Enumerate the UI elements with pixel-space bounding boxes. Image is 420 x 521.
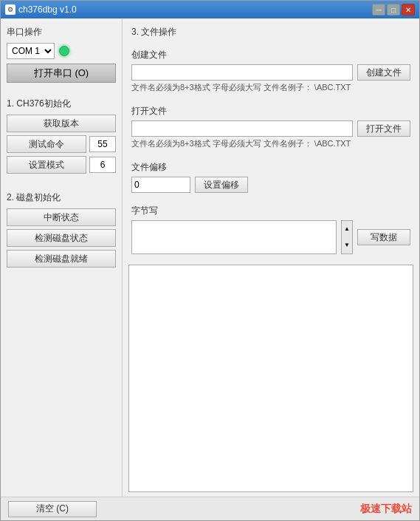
ch376-title: 1. CH376初始化 [7, 98, 116, 110]
title-bar: ⚙ ch376dbg v1.0 ─ □ ✕ [1, 1, 419, 18]
app-icon: ⚙ [5, 4, 16, 15]
window-title: ch376dbg v1.0 [18, 4, 77, 15]
create-file-row: 创建文件 [131, 64, 410, 81]
com-select[interactable]: COM 1 [7, 43, 55, 59]
open-serial-button[interactable]: 打开串口 (O) [7, 64, 116, 83]
title-bar-left: ⚙ ch376dbg v1.0 [5, 4, 77, 15]
spin-up-button[interactable]: ▲ [342, 221, 352, 237]
write-section: 字节写 ▲ ▼ 写数据 [131, 205, 410, 254]
right-container: 3. 文件操作 创建文件 创建文件 文件名必须为8+3格式 字母必须大写 文件名… [123, 18, 419, 497]
minimize-button[interactable]: ─ [372, 4, 385, 16]
create-file-section: 创建文件 创建文件 文件名必须为8+3格式 字母必须大写 文件名例子： \ABC… [131, 49, 410, 93]
offset-label: 文件偏移 [131, 161, 410, 174]
test-cmd-button[interactable]: 测试命令 [7, 135, 86, 153]
ch376-section: 1. CH376初始化 获取版本 测试命令 设置模式 [7, 98, 116, 177]
create-file-button[interactable]: 创建文件 [357, 64, 410, 81]
connection-led [59, 46, 69, 56]
offset-input[interactable] [131, 177, 190, 193]
detect-disk-button[interactable]: 检测磁盘状态 [7, 229, 116, 247]
open-file-input[interactable] [131, 120, 353, 137]
clear-button[interactable]: 清空 (C) [8, 501, 97, 517]
open-file-button[interactable]: 打开文件 [357, 120, 410, 137]
serial-section-title: 串口操作 [7, 26, 116, 38]
spin-down-button[interactable]: ▼ [342, 237, 352, 253]
disk-section: 2. 磁盘初始化 中断状态 检测磁盘状态 检测磁盘就绪 [7, 191, 116, 268]
open-hint: 文件名必须为8+3格式 字母必须大写 文件名例子： \ABC.TXT [131, 138, 410, 149]
file-section-title: 3. 文件操作 [131, 26, 410, 38]
main-content: 串口操作 COM 1 打开串口 (O) 1. CH376初始化 获取版本 测试命… [1, 18, 419, 497]
left-panel: 串口操作 COM 1 打开串口 (O) 1. CH376初始化 获取版本 测试命… [1, 18, 123, 497]
get-version-button[interactable]: 获取版本 [7, 115, 116, 132]
detect-ready-button[interactable]: 检测磁盘就绪 [7, 250, 116, 268]
maximize-button[interactable]: □ [387, 4, 400, 16]
set-mode-row: 设置模式 [7, 156, 116, 174]
create-file-label: 创建文件 [131, 49, 410, 61]
disk-title: 2. 磁盘初始化 [7, 191, 116, 204]
write-area: ▲ ▼ [131, 220, 353, 254]
serial-section: 串口操作 COM 1 打开串口 (O) [7, 26, 116, 83]
set-mode-input[interactable] [89, 157, 116, 173]
close-button[interactable]: ✕ [402, 4, 415, 16]
set-mode-button[interactable]: 设置模式 [7, 156, 86, 174]
open-file-section: 打开文件 打开文件 文件名必须为8+3格式 字母必须大写 文件名例子： \ABC… [131, 105, 410, 149]
offset-row: 设置偏移 [131, 177, 410, 193]
offset-section: 文件偏移 设置偏移 [131, 161, 410, 193]
test-cmd-row: 测试命令 [7, 135, 116, 153]
set-offset-button[interactable]: 设置偏移 [195, 177, 248, 193]
write-data-button[interactable]: 写数据 [357, 229, 410, 245]
watermark: 极速下载站 [360, 503, 412, 516]
interrupt-button[interactable]: 中断状态 [7, 208, 116, 226]
log-area [128, 265, 413, 493]
com-row: COM 1 [7, 43, 116, 59]
open-file-row: 打开文件 [131, 120, 410, 137]
create-file-input[interactable] [131, 64, 353, 81]
write-textarea[interactable] [131, 220, 337, 254]
main-window: ⚙ ch376dbg v1.0 ─ □ ✕ 串口操作 COM 1 打开串口 (O… [0, 0, 420, 521]
write-label: 字节写 [131, 205, 410, 217]
test-cmd-input[interactable] [89, 136, 116, 152]
create-hint: 文件名必须为8+3格式 字母必须大写 文件名例子： \ABC.TXT [131, 82, 410, 93]
spinner-buttons: ▲ ▼ [341, 220, 353, 254]
open-file-label: 打开文件 [131, 105, 410, 118]
right-panel: 3. 文件操作 创建文件 创建文件 文件名必须为8+3格式 字母必须大写 文件名… [123, 18, 419, 260]
bottom-bar: 清空 (C) 极速下载站 [1, 497, 419, 520]
title-buttons: ─ □ ✕ [372, 4, 415, 16]
